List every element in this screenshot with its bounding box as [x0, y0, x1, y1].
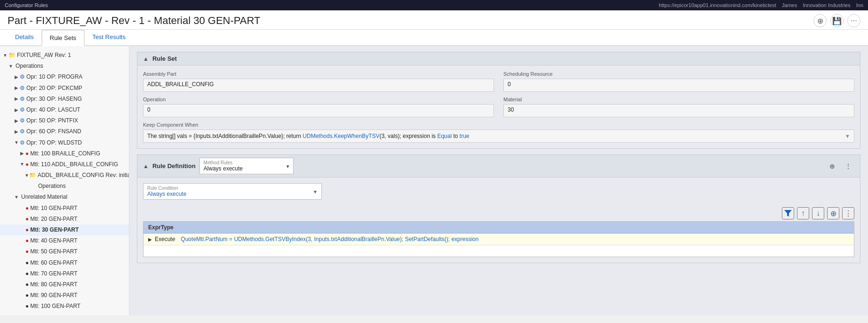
top-bar-right: https://epicor10app01.innovationind.com/…	[659, 2, 863, 8]
add-expr-button[interactable]: ⊕	[827, 207, 839, 219]
sidebar-item-opr-20[interactable]: ▶ ⚙ Opr: 20 OP: PCKCMP	[0, 83, 129, 94]
rule-condition-section: Rule Condition Always execute ▼	[137, 178, 860, 205]
material-icon: ●	[25, 269, 29, 278]
sidebar-item-operations-sub[interactable]: Operations	[0, 181, 129, 192]
sidebar-item-label: Operations	[38, 182, 66, 191]
top-bar: Configurator Rules https://epicor10app01…	[0, 0, 868, 10]
sidebar-item-mtl-10[interactable]: ● Mtl: 10 GEN-PART	[0, 203, 129, 214]
rule-definition-header: ▲ Rule Definition Method Rules Always ex…	[137, 155, 860, 178]
tab-details[interactable]: Details	[8, 30, 41, 46]
scheduling-resource-label: Scheduling Resource	[503, 71, 854, 77]
sidebar-item-mtl-60[interactable]: ● Mtl: 60 GEN-PART	[0, 258, 129, 268]
sidebar: ▼ 📁 FIXTURE_AW Rev: 1 ▼ Operations ▶ ⚙ O…	[0, 46, 129, 315]
rule-definition-header-left: ▲ Rule Definition Method Rules Always ex…	[143, 158, 294, 174]
material-icon: ●	[25, 204, 29, 213]
sidebar-item-label: Opr: 70 OP: WLDSTD	[26, 138, 82, 147]
filter-row: ↑ ↓ ⊕ ⋮	[137, 205, 860, 221]
top-bar-left: Configurator Rules	[5, 2, 48, 8]
sidebar-item-label: Mtl: 30 GEN-PART	[30, 226, 79, 234]
add-icon: ⊕	[817, 16, 823, 25]
chevron-down-icon: ▼	[8, 63, 14, 70]
add-button[interactable]: ⊕	[813, 14, 827, 27]
material-input[interactable]: 30	[503, 104, 854, 117]
material-icon: ●	[25, 291, 29, 300]
filter-button[interactable]	[782, 207, 794, 219]
sidebar-item-mtl-110[interactable]: ▼ ● Mtl: 110 ADDL_BRAILLE_CONFIG	[0, 159, 129, 170]
sidebar-item-mtl-70[interactable]: ● Mtl: 70 GEN-PART	[0, 268, 129, 279]
sidebar-item-label: FIXTURE_AW Rev: 1	[17, 51, 71, 60]
sidebar-item-label: Mtl: 100 BRAILLE_CONFIG	[30, 149, 100, 158]
rule-condition-label: Rule Condition	[147, 186, 308, 191]
sidebar-item-label: ADDL_BRAILLE_CONFIG Rev: initial	[38, 171, 129, 180]
sidebar-item-label: Mtl: 40 GEN-PART	[30, 236, 77, 245]
material-icon: ●	[25, 302, 29, 311]
sidebar-item-addl-config[interactable]: ▼ 📁 ADDL_BRAILLE_CONFIG Rev: initial	[0, 170, 129, 181]
sidebar-item-opr-30[interactable]: ▶ ⚙ Opr: 30 OP: HASENG	[0, 94, 129, 105]
operation-field: Operation 0	[143, 97, 494, 117]
row-arrow-icon: ▶	[148, 237, 152, 242]
move-down-button[interactable]: ↓	[812, 207, 824, 219]
sidebar-item-unrelated-material[interactable]: ▼ Unrelated Material	[0, 192, 129, 202]
method-rules-select[interactable]: Method Rules Always execute ▼	[199, 158, 294, 174]
collapse-button[interactable]: ▲	[143, 163, 149, 170]
down-arrow-icon: ↓	[816, 209, 820, 218]
add-rule-button[interactable]: ⊕	[826, 160, 838, 172]
sidebar-item-mtl-100[interactable]: ▶ ● Mtl: 100 BRAILLE_CONFIG	[0, 148, 129, 159]
sidebar-item-operations-group[interactable]: ▼ Operations	[0, 61, 129, 72]
expr-table-row[interactable]: ▶ Execute QuoteMtl.PartNum = UDMethods.G…	[143, 234, 854, 245]
rule-definition-title: Rule Definition	[152, 162, 196, 170]
sidebar-item-opr-50[interactable]: ▶ ⚙ Opr: 50 OP: PNTFIX	[0, 115, 129, 126]
sidebar-item-opr-60[interactable]: ▶ ⚙ Opr: 60 OP: FNSAND	[0, 126, 129, 137]
chevron-right-icon: ▶	[13, 128, 20, 136]
scheduling-resource-input[interactable]: 0	[503, 79, 854, 92]
sidebar-item-opr-10[interactable]: ▶ ⚙ Opr: 10 OP: PROGRA	[0, 72, 129, 82]
move-up-button[interactable]: ↑	[797, 207, 809, 219]
operation-icon: ⚙	[20, 95, 25, 104]
rule-more-button[interactable]: ⋮	[842, 160, 854, 172]
assembly-part-input[interactable]: ADDL_BRAILLE_CONFIG	[143, 79, 494, 92]
tab-test-results[interactable]: Test Results	[85, 30, 133, 46]
more-button[interactable]: ···	[847, 14, 860, 27]
more-icon: ···	[851, 16, 857, 25]
operation-icon: ⚙	[20, 105, 25, 114]
sidebar-item-mtl-40[interactable]: ● Mtl: 40 GEN-PART	[0, 235, 129, 246]
sidebar-item-label: Mtl: 70 GEN-PART	[30, 269, 77, 278]
chevron-right-icon: ▶	[13, 106, 20, 114]
chevron-right-icon: ▶	[13, 73, 20, 81]
sidebar-item-mtl-90[interactable]: ● Mtl: 90 GEN-PART	[0, 290, 129, 301]
tabs-bar: Details Rule Sets Test Results	[0, 30, 868, 46]
sidebar-item-mtl-50[interactable]: ● Mtl: 50 GEN-PART	[0, 246, 129, 257]
collapse-button[interactable]: ▲	[143, 56, 149, 62]
expr-more-button[interactable]: ⋮	[842, 207, 854, 219]
expr-table-header: ExprType	[143, 222, 854, 234]
top-bar-extra: Inn	[856, 2, 863, 8]
chevron-right-icon: ▶	[13, 95, 20, 103]
sidebar-item-label: Mtl: 50 GEN-PART	[30, 247, 77, 256]
sidebar-item-label: Opr: 50 OP: PNTFIX	[26, 116, 78, 125]
chevron-right-icon: ▶	[13, 84, 20, 92]
expr-row-value: QuoteMtl.PartNum = UDMethods.GetTSVByInd…	[181, 236, 478, 242]
rule-definition-header-right: ⊕ ⋮	[826, 160, 854, 172]
material-field: Material 30	[503, 97, 854, 117]
operation-input[interactable]: 0	[143, 104, 494, 117]
sidebar-item-mtl-30[interactable]: ● Mtl: 30 GEN-PART	[0, 225, 129, 235]
sidebar-item-label: Operations	[16, 62, 43, 71]
tab-rule-sets[interactable]: Rule Sets	[41, 30, 85, 46]
sidebar-item-opr-40[interactable]: ▶ ⚙ Opr: 40 OP: LASCUT	[0, 105, 129, 115]
sidebar-item-opr-70[interactable]: ▼ ⚙ Opr: 70 OP: WLDSTD	[0, 137, 129, 148]
keep-component-section: Keep Component When The string[] vals = …	[143, 122, 854, 143]
save-button[interactable]: 💾	[830, 14, 844, 27]
sidebar-item-mtl-80[interactable]: ● Mtl: 80 GEN-PART	[0, 279, 129, 290]
rule-set-title: Rule Set	[152, 55, 177, 62]
chevron-down-icon: ▼	[286, 163, 290, 169]
method-rules-value: Always execute	[204, 165, 280, 172]
rule-definition-card: ▲ Rule Definition Method Rules Always ex…	[137, 154, 860, 263]
expr-table-empty-row	[143, 245, 854, 257]
keep-component-input[interactable]: The string[] vals = {Inputs.txtAdditiona…	[143, 129, 854, 143]
sidebar-item-mtl-100b[interactable]: ● Mtl: 100 GEN-PART	[0, 301, 129, 312]
header-actions: ⊕ 💾 ···	[813, 14, 860, 27]
sidebar-item-fixture-rev[interactable]: ▼ 📁 FIXTURE_AW Rev: 1	[0, 50, 129, 61]
rule-condition-select[interactable]: Rule Condition Always execute ▼	[143, 183, 322, 200]
sidebar-item-label: Opr: 20 OP: PCKCMP	[26, 84, 82, 93]
sidebar-item-mtl-20[interactable]: ● Mtl: 20 GEN-PART	[0, 214, 129, 225]
